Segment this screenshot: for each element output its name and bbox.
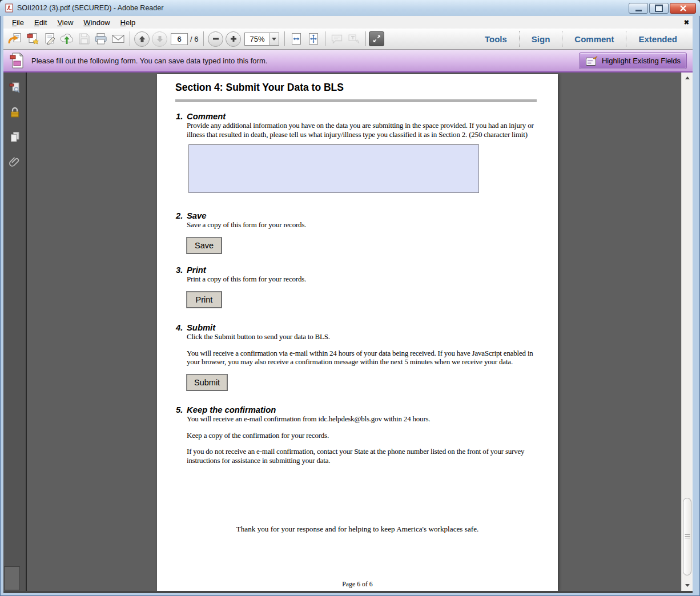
zoom-in-icon	[230, 35, 237, 42]
email-button[interactable]	[110, 31, 127, 47]
attachments-button[interactable]	[7, 154, 22, 169]
cloud-upload-icon	[59, 32, 74, 46]
zoom-dropdown-button[interactable]	[269, 33, 279, 45]
menu-window[interactable]: Window	[78, 17, 115, 29]
toolbar-separator	[203, 31, 204, 46]
section-body: Provide any additional information you h…	[187, 121, 542, 139]
save-icon	[77, 32, 91, 46]
security-lock-icon	[9, 106, 21, 119]
section-number: 4.	[176, 323, 187, 332]
zoom-level-select[interactable]: 75%	[244, 33, 279, 46]
create-pdf-button[interactable]	[24, 31, 41, 47]
sign-panel-button[interactable]: Sign	[520, 34, 562, 44]
scroll-down-icon[interactable]	[685, 584, 690, 587]
submit-button[interactable]: Submit	[186, 374, 228, 391]
highlight-existing-fields-label: Highlight Existing Fields	[602, 57, 681, 65]
form-document-icon	[9, 52, 24, 69]
save-button[interactable]: Save	[186, 237, 222, 254]
section-title-row: 3. Print	[176, 265, 542, 275]
save-button-toolbar[interactable]	[75, 31, 92, 47]
section-body-3: If you do not receive an e-mail confirma…	[187, 447, 542, 465]
pages-button[interactable]	[7, 130, 22, 144]
highlight-existing-fields-button[interactable]: Highlight Existing Fields	[579, 53, 687, 69]
attachments-paperclip-icon	[9, 155, 21, 168]
section-body-2: You will receive a confirmation via e-ma…	[187, 349, 542, 367]
menu-view[interactable]: View	[52, 17, 78, 29]
security-settings-button[interactable]	[7, 105, 22, 120]
fullscreen-icon	[373, 35, 381, 43]
section-submit: 4. Submit Click the Submit button to sen…	[176, 323, 542, 391]
maximize-button[interactable]	[649, 3, 669, 14]
page-number-input[interactable]	[171, 33, 188, 45]
menu-file[interactable]: File	[7, 17, 29, 29]
zoom-out-button[interactable]	[208, 31, 223, 47]
scrollbar-grip-icon	[685, 534, 690, 539]
window-title: SOII2012 (3).pdf (SECURED) - Adobe Reade…	[17, 4, 163, 12]
fullscreen-button[interactable]	[369, 31, 384, 46]
toolbar-separator	[325, 31, 325, 46]
previous-page-icon	[139, 35, 146, 43]
scroll-up-icon[interactable]	[685, 76, 690, 79]
sign-document-button[interactable]	[41, 31, 58, 47]
section-body: You will receive an e-mail confirmation …	[187, 414, 542, 424]
print-button[interactable]: Print	[186, 291, 222, 308]
menu-edit[interactable]: Edit	[29, 17, 52, 29]
email-icon	[111, 32, 126, 46]
section-title: Submit	[187, 323, 215, 332]
scrollbar-thumb[interactable]	[683, 498, 691, 575]
section-title-row: 5. Keep the confirmation	[176, 405, 542, 414]
section-title: Keep the confirmation	[187, 405, 276, 414]
fit-width-button[interactable]	[288, 31, 305, 47]
print-icon	[94, 32, 108, 46]
section-body: Click the Submit button to send your dat…	[187, 332, 542, 341]
window-bottom-strip	[3, 591, 693, 593]
section-number: 3.	[176, 265, 187, 275]
section-title: Comment	[187, 112, 226, 121]
form-notice-message: Please fill out the following form. You …	[31, 57, 267, 65]
print-button-toolbar[interactable]	[92, 31, 110, 47]
minimize-button[interactable]	[629, 3, 648, 14]
toolbar-separator	[130, 31, 130, 46]
extended-panel-button[interactable]: Extended	[626, 34, 689, 44]
section-print: 3. Print Print a copy of this form for y…	[176, 265, 542, 308]
section-number: 1.	[176, 112, 187, 121]
heading-divider	[175, 99, 537, 102]
tools-panel-button[interactable]: Tools	[473, 34, 519, 44]
thank-you-text: Thank you for your response and for help…	[157, 525, 558, 534]
toolbar: / 6 75%	[3, 29, 693, 50]
text-callout-icon	[347, 32, 361, 46]
close-document-icon[interactable]: ✖	[684, 19, 689, 26]
zoom-in-button[interactable]	[226, 31, 241, 47]
zoom-level-value: 75%	[245, 35, 269, 43]
navigation-pane	[3, 73, 27, 591]
document-canvas: Section 4: Submit Your Data to BLS 1. Co…	[27, 73, 681, 591]
section-save: 2. Save Save a copy of this form for you…	[176, 211, 542, 254]
section-keep-confirmation: 5. Keep the confirmation You will receiv…	[176, 405, 542, 465]
section-title: Save	[187, 211, 207, 220]
fit-page-button[interactable]	[305, 31, 322, 47]
page-title: Section 4: Submit Your Data to BLS	[175, 82, 344, 94]
text-callout-button[interactable]	[345, 31, 363, 47]
previous-page-button[interactable]	[134, 31, 150, 47]
pdf-file-icon	[5, 3, 14, 13]
section-title: Print	[187, 265, 206, 275]
fit-width-icon	[289, 32, 303, 46]
cloud-upload-button[interactable]	[58, 31, 75, 47]
close-icon	[679, 5, 687, 11]
comment-panel-button[interactable]: Comment	[562, 34, 626, 44]
close-button[interactable]	[670, 3, 696, 14]
toolbar-separator	[365, 31, 366, 46]
page-total-label: / 6	[190, 35, 198, 43]
comment-field[interactable]	[188, 144, 479, 193]
section-number: 2.	[176, 211, 187, 220]
menu-bar: File Edit View Window Help ✖	[3, 16, 693, 29]
navigation-pane-footer	[4, 566, 20, 590]
vertical-scrollbar[interactable]	[681, 73, 693, 591]
comment-bubble-button[interactable]	[328, 31, 345, 47]
next-page-button[interactable]	[152, 31, 167, 47]
open-file-button[interactable]	[7, 31, 24, 47]
page-thumbnails-button[interactable]	[7, 80, 22, 95]
section-title-row: 4. Submit	[176, 323, 542, 332]
section-comment: 1. Comment Provide any additional inform…	[176, 112, 542, 139]
menu-help[interactable]: Help	[115, 17, 141, 29]
